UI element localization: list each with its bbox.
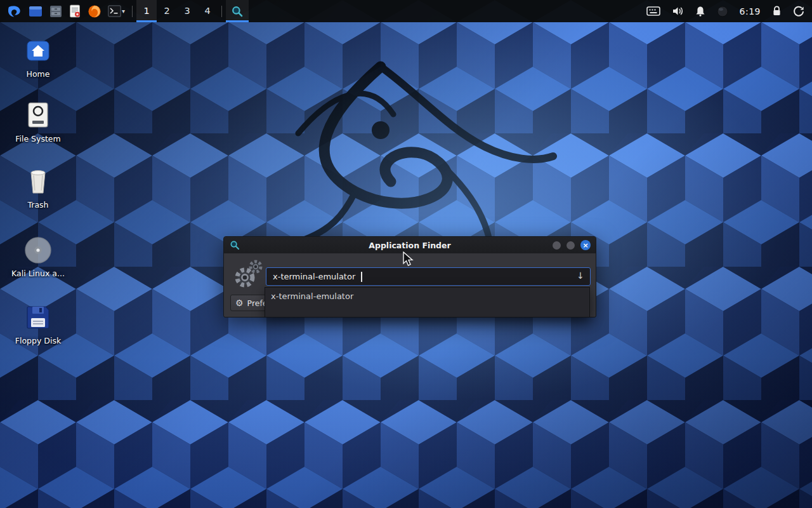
- desktop-icon-label: Kali Linux a...: [8, 269, 69, 278]
- terminal-dropdown-caret-icon[interactable]: ▾: [122, 0, 128, 22]
- desktop-icon-label: File System: [8, 134, 69, 144]
- desktop-icon-floppy-disk[interactable]: Floppy Disk: [8, 302, 69, 345]
- search-input[interactable]: x-terminal-emulator ↓: [266, 267, 591, 286]
- floppy-disk-icon: [8, 302, 69, 333]
- workspace-button-2[interactable]: 2: [157, 0, 177, 22]
- home-icon: [8, 36, 69, 66]
- volume-icon[interactable]: [672, 6, 684, 17]
- desktop-icon-label: Trash: [8, 200, 69, 210]
- window-magnifier-icon: [230, 240, 240, 253]
- system-tray: 6:19: [646, 6, 808, 17]
- logout-power-icon[interactable]: [793, 6, 804, 17]
- kali-disc-icon: [8, 235, 69, 265]
- desktop-icon-label: Home: [8, 69, 69, 79]
- trash-icon: [8, 166, 69, 197]
- panel-separator: [132, 6, 133, 17]
- top-panel: ▾ 1 2 3 4: [0, 0, 812, 22]
- desktop-icon-trash[interactable]: Trash: [8, 166, 69, 210]
- firefox-launcher-icon[interactable]: [84, 0, 105, 22]
- file-system-icon: [8, 100, 69, 131]
- keyboard-indicator-icon[interactable]: [646, 6, 660, 16]
- kali-menu-icon[interactable]: [4, 0, 25, 22]
- workspace-button-3[interactable]: 3: [177, 0, 197, 22]
- maximize-button[interactable]: [566, 241, 575, 250]
- workspace-button-4[interactable]: 4: [197, 0, 218, 22]
- file-manager-launcher-icon[interactable]: [25, 0, 46, 22]
- autocomplete-popup: x-terminal-emulator: [265, 287, 590, 318]
- panel-separator: [221, 6, 222, 17]
- terminal-launcher-icon[interactable]: [105, 0, 122, 22]
- desktop-screen: ▾ 1 2 3 4: [0, 0, 812, 508]
- suggestion-item[interactable]: x-terminal-emulator: [265, 288, 589, 305]
- text-editor-launcher-icon[interactable]: [66, 0, 84, 22]
- close-button[interactable]: ×: [580, 240, 591, 250]
- workspace-button-1[interactable]: 1: [136, 0, 157, 22]
- desktop-icon-label: Floppy Disk: [8, 336, 69, 345]
- text-caret: [361, 272, 362, 282]
- gear-icon: ⚙: [235, 298, 244, 308]
- clock[interactable]: 6:19: [740, 6, 761, 17]
- preferences-gears-icon: [232, 257, 266, 293]
- application-finder-icon: [231, 5, 244, 18]
- desktop-icon-file-system[interactable]: File System: [8, 100, 69, 144]
- combo-dropdown-arrow-icon[interactable]: ↓: [577, 271, 584, 281]
- desktop-icon-kali-linux[interactable]: Kali Linux a...: [8, 235, 69, 278]
- lock-screen-icon[interactable]: [772, 6, 782, 17]
- status-orb-icon[interactable]: [717, 6, 728, 17]
- taskbar-application-finder-button[interactable]: [226, 0, 249, 22]
- search-input-value: x-terminal-emulator: [273, 272, 355, 281]
- notifications-bell-icon[interactable]: [695, 6, 705, 17]
- desktop-icon-home[interactable]: Home: [8, 36, 69, 79]
- minimize-button[interactable]: [553, 241, 561, 250]
- window-title: Application Finder: [224, 241, 596, 250]
- files-drawer-launcher-icon[interactable]: [46, 0, 66, 22]
- window-titlebar[interactable]: Application Finder ×: [224, 237, 596, 253]
